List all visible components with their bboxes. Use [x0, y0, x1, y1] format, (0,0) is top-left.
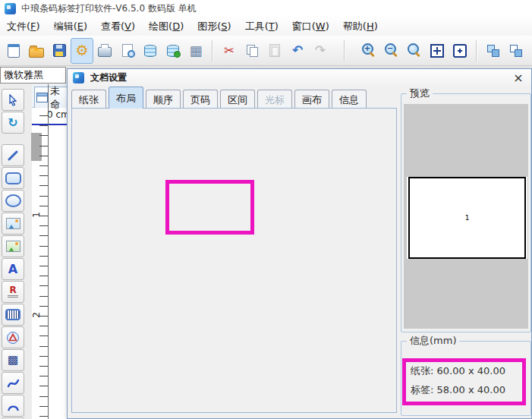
app-logo-icon: [5, 3, 16, 14]
redo-button: ↷: [309, 38, 332, 64]
document-setup-button[interactable]: ⚙: [71, 38, 93, 64]
copy-button[interactable]: [241, 38, 263, 64]
tab-canvas[interactable]: 画布: [294, 90, 329, 109]
text-tool-button[interactable]: A: [2, 258, 24, 280]
tab-cursor: 光标: [257, 90, 292, 109]
document-tab-strip: 未命: [32, 84, 67, 108]
menu-help[interactable]: 帮助(H): [336, 17, 385, 36]
menu-draw[interactable]: 绘图(D): [142, 17, 190, 36]
menu-tools[interactable]: 工具(T): [238, 17, 285, 36]
select-tool-button[interactable]: [2, 89, 24, 111]
cut-button[interactable]: ✂: [218, 38, 241, 64]
info-group: 信息(mm) 纸张: 60.00 x 40.00 标签: 58.00 x 40.…: [401, 341, 531, 416]
ellipse-icon: [5, 194, 21, 207]
new-document-button[interactable]: [2, 38, 25, 64]
menu-view[interactable]: 查看(V): [94, 17, 142, 36]
preview-paper: 1: [407, 177, 527, 259]
menu-shapes[interactable]: 图形(S): [190, 17, 238, 36]
tab-page-number[interactable]: 页码: [183, 90, 218, 109]
copy-icon: [247, 45, 258, 57]
preview-page-number: 1: [465, 214, 470, 222]
shape-tool-button[interactable]: [2, 326, 24, 348]
document-settings-dialog: 文档设置 × 纸张 布局 顺序 页码 区间 光标 画布 信息 标签行列 行数: …: [67, 68, 532, 419]
ungroup-icon: [510, 45, 522, 57]
preview-group: 预览 1: [401, 93, 531, 332]
fit-window-button[interactable]: [449, 38, 471, 64]
undo-button[interactable]: ↶: [286, 38, 309, 64]
document-icon: [36, 93, 48, 102]
rich-text-tool-button[interactable]: R: [2, 281, 24, 303]
paste-icon: [269, 44, 280, 57]
palette-spacer: [2, 134, 26, 144]
curve-tool-button[interactable]: [2, 372, 24, 394]
database-icon: [144, 45, 156, 57]
document-area: 未命 0 cm 1 2: [32, 84, 67, 419]
paper-size-label: 纸张:: [411, 365, 433, 376]
group-title: 预览: [407, 87, 433, 99]
qrcode-tool-button[interactable]: ▩: [2, 349, 24, 371]
picture-tool-button[interactable]: [2, 235, 24, 257]
label-size-line: 标签: 58.00 x 40.00: [411, 383, 505, 397]
paper-size-line: 纸张: 60.00 x 40.00: [411, 364, 505, 378]
rich-text-icon: R: [8, 286, 17, 298]
ungroup-button[interactable]: [505, 38, 527, 64]
dialog-tabs: 纸张 布局 顺序 页码 区间 光标 画布 信息: [71, 88, 369, 109]
menu-edit[interactable]: 编辑(E): [47, 17, 94, 36]
ruler-mark-1: 1: [31, 212, 42, 218]
tab-order[interactable]: 顺序: [146, 90, 181, 109]
shape-triangle-icon: [6, 331, 20, 345]
barcode-tool-button[interactable]: [2, 304, 24, 326]
zoom-out-icon: −: [385, 43, 396, 55]
save-button[interactable]: [48, 38, 71, 64]
ruler-zero-line: [32, 124, 67, 125]
arc-tool-button[interactable]: [2, 395, 24, 417]
tab-paper[interactable]: 纸张: [71, 90, 106, 109]
preview-area: 1: [404, 104, 528, 329]
group-icon: [487, 45, 499, 57]
zoom-in-button[interactable]: +: [357, 38, 380, 64]
tab-layout[interactable]: 布局: [109, 87, 143, 109]
menu-bar: 文件(F) 编辑(E) 查看(V) 绘图(D) 图形(S) 工具(T) 窗口(W…: [0, 17, 532, 36]
curve-icon: [7, 377, 20, 389]
close-icon[interactable]: ×: [512, 71, 525, 85]
dialog-title: 文档设置: [90, 71, 127, 84]
fit-page-icon: [430, 44, 444, 58]
zoom-out-button[interactable]: −: [380, 38, 403, 64]
open-icon: [29, 48, 44, 58]
rotate-tool-button[interactable]: ↻: [2, 112, 24, 134]
font-selector[interactable]: 微软雅黑: [0, 67, 66, 83]
image-icon: [6, 218, 20, 229]
document-tab[interactable]: 未命: [34, 87, 68, 108]
grid-icon: ▦: [189, 44, 202, 58]
menu-file[interactable]: 文件(F): [0, 17, 47, 36]
database-connect-button[interactable]: [162, 38, 184, 64]
tab-info[interactable]: 信息: [332, 90, 367, 109]
database-button[interactable]: [139, 38, 162, 64]
cut-icon: ✂: [224, 45, 234, 57]
rotate-icon: ↻: [8, 117, 17, 129]
arc-icon: [7, 400, 20, 411]
tab-range[interactable]: 区间: [220, 90, 255, 109]
print-button[interactable]: [93, 38, 116, 64]
line-icon: [7, 150, 19, 162]
label-size-value: 58.00 x 40.00: [437, 384, 505, 395]
grid-button[interactable]: ▦: [184, 38, 207, 64]
line-tool-button[interactable]: [2, 144, 24, 166]
barcode-icon: [5, 309, 20, 320]
toolbar-separator: [476, 40, 477, 61]
combine-button: [527, 38, 532, 64]
image-tool-button[interactable]: [2, 213, 24, 235]
title-bar: 中琅条码标签打印软件-V6.5.0 数码版 单机: [0, 0, 532, 17]
rounded-rect-tool-button[interactable]: [2, 167, 24, 189]
group-button[interactable]: [482, 38, 505, 64]
fit-page-button[interactable]: [426, 38, 449, 64]
open-button[interactable]: [25, 38, 48, 64]
document-tab-label: 未命: [50, 84, 68, 112]
dialog-logo-icon: [73, 72, 84, 83]
print-preview-icon: [122, 44, 133, 57]
ellipse-tool-button[interactable]: [2, 190, 24, 212]
print-preview-button[interactable]: [116, 38, 139, 64]
zoom-button[interactable]: [403, 38, 426, 64]
text-icon: A: [8, 263, 17, 276]
menu-window[interactable]: 窗口(W): [285, 17, 336, 36]
